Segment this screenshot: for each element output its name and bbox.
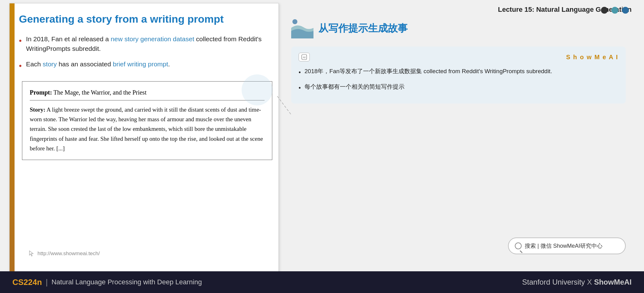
slide-left-border: [10, 3, 15, 273]
bullet-text-1: In 2018, Fan et al released a new story …: [26, 34, 272, 54]
dot-2: [611, 7, 618, 14]
cn-bullet-dot-2: •: [299, 82, 301, 93]
url-text: http://www.showmeai.tech/: [37, 251, 100, 257]
svg-line-3: [277, 96, 291, 115]
url-line: http://www.showmeai.tech/: [28, 250, 100, 257]
link-dataset: new story generation dataset: [111, 35, 194, 42]
dots-row: [601, 7, 629, 14]
bottom-right: Stanford University X ShowMeAI: [522, 278, 632, 286]
prompt-text: The Mage, the Warrior, and the Priest: [52, 89, 147, 96]
footer-x: X: [587, 278, 594, 286]
cn-bullet-text-1: 2018年，Fan等发布了一个新故事生成数据集 collected from R…: [304, 66, 552, 76]
search-bar[interactable]: 搜索 | 微信 ShowMeAI研究中心: [508, 238, 626, 254]
bullet-list: • In 2018, Fan et al released a new stor…: [19, 34, 272, 72]
slide-container: Generating a story from a writing prompt…: [9, 3, 279, 273]
dot-1: [601, 7, 608, 14]
slide-content: Generating a story from a writing prompt…: [19, 13, 272, 263]
cn-card-bullet-1: • 2018年，Fan等发布了一个新故事生成数据集 collected from…: [299, 66, 618, 78]
bottom-left: CS224n | Natural Language Processing wit…: [12, 277, 202, 287]
link-story: story: [43, 60, 57, 68]
ai-icon: AI: [301, 54, 307, 60]
search-bar-text: 搜索 | 微信 ShowMeAI研究中心: [525, 242, 602, 250]
cn-title-card: 从写作提示生成故事: [291, 19, 408, 38]
bottom-bar: CS224n | Natural Language Processing wit…: [0, 271, 644, 293]
course-code: CS224n: [12, 277, 42, 287]
story-text: A light breeze swept the ground, and car…: [30, 106, 263, 152]
showmeai-card-header: AI S h o w M e A I: [299, 53, 618, 61]
bullet-item-1: • In 2018, Fan et al released a new stor…: [19, 34, 272, 54]
link-prompt: brief writing prompt: [113, 60, 168, 68]
story-box: Prompt: The Mage, the Warrior, and the P…: [22, 81, 272, 160]
right-panel: 从写作提示生成故事 AI S h o w M e A I • 2018年，Fan…: [291, 3, 632, 273]
bullet-item-2: • Each story has an associated brief wri…: [19, 59, 272, 72]
story-prompt-line: Prompt: The Mage, the Warrior, and the P…: [30, 88, 265, 100]
bullet-dot-2: •: [19, 60, 22, 72]
footer-subtitle: Natural Language Processing with Deep Le…: [51, 278, 202, 286]
ai-badge: AI: [299, 53, 310, 61]
showmeai-brand-label: S h o w M e A I: [566, 54, 618, 61]
search-icon: [515, 242, 522, 249]
subreddit-text: subreddit.: [72, 45, 101, 52]
story-body: Story: A light breeze swept the ground, …: [30, 105, 265, 153]
cn-card-bullet-2: • 每个故事都有一个相关的简短写作提示: [299, 82, 618, 93]
cursor-icon: [28, 250, 35, 257]
cn-icon: [291, 19, 313, 38]
svg-point-0: [292, 19, 297, 24]
svg-text:AI: AI: [303, 56, 306, 59]
showmeai-card: AI S h o w M e A I • 2018年，Fan等发布了一个新故事生…: [291, 47, 626, 104]
cn-title-text: 从写作提示生成故事: [318, 22, 408, 35]
cn-bullet-dot-1: •: [299, 67, 301, 78]
footer-brand: ShowMeAI: [594, 278, 632, 286]
bullet-text-2: Each story has an associated brief writi…: [26, 59, 170, 69]
bullet-dot-1: •: [19, 35, 22, 47]
stanford-text: Stanford University: [522, 278, 585, 286]
slide-title: Generating a story from a writing prompt: [19, 13, 272, 25]
dot-3: [622, 7, 629, 14]
footer-separator: |: [46, 277, 48, 287]
cn-bullet-text-2: 每个故事都有一个相关的简短写作提示: [304, 82, 405, 92]
story-label: Story:: [30, 106, 46, 113]
prompt-label: Prompt:: [30, 89, 52, 96]
